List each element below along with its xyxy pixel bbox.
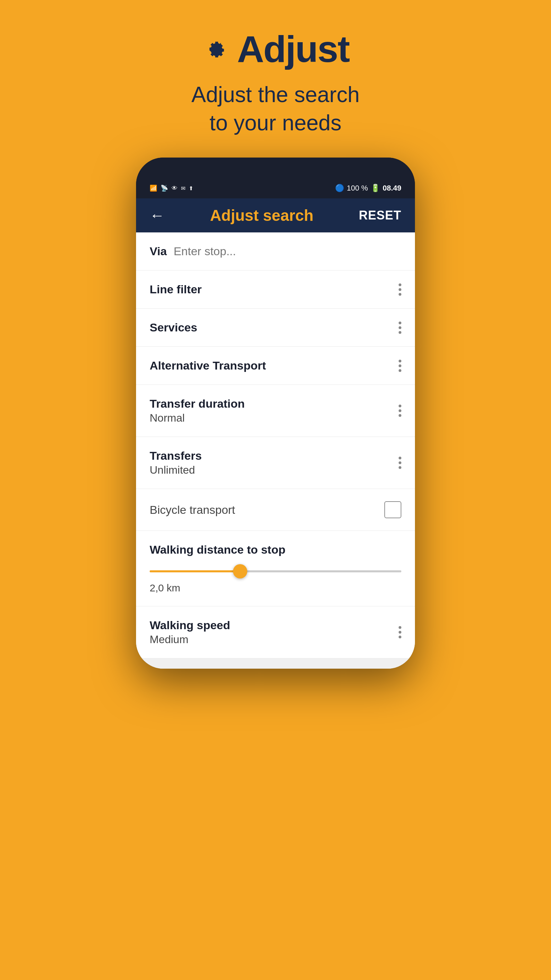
- phone-top-bar: [136, 158, 415, 178]
- back-button[interactable]: ←: [150, 207, 165, 224]
- walking-speed-title: Walking speed: [150, 619, 230, 632]
- hero-title: Adjust: [237, 27, 349, 70]
- via-label: Via: [150, 245, 167, 258]
- status-bar: 📶 📡 👁 ✉ ⬆ 🔵 100 % 🔋 08.49: [136, 178, 415, 198]
- walking-speed-content: Walking speed Medium: [150, 619, 230, 646]
- line-filter-row[interactable]: Line filter: [136, 270, 415, 309]
- via-input[interactable]: [173, 245, 401, 258]
- wifi-icon: 📡: [160, 185, 168, 192]
- signal-icon: 📶: [150, 185, 157, 192]
- walking-speed-menu-icon[interactable]: [399, 626, 401, 638]
- battery-icon: 🔋: [371, 184, 380, 192]
- bicycle-checkbox[interactable]: [384, 501, 401, 518]
- hero-section: Adjust Adjust the search to your needs: [0, 0, 551, 158]
- transfers-value: Unlimited: [150, 464, 202, 476]
- transfer-duration-value: Normal: [150, 412, 245, 424]
- line-filter-title: Line filter: [150, 283, 202, 296]
- status-bar-right: 🔵 100 % 🔋 08.49: [335, 184, 401, 192]
- time-display: 08.49: [383, 184, 401, 192]
- bicycle-label: Bicycle transport: [150, 503, 235, 517]
- phone-wrapper: 📶 📡 👁 ✉ ⬆ 🔵 100 % 🔋 08.49 ← Adjust searc…: [133, 158, 418, 980]
- services-menu-icon[interactable]: [399, 321, 401, 334]
- bluetooth-icon: 🔵: [335, 184, 344, 192]
- upload-icon: ⬆: [189, 185, 193, 192]
- phone-frame: 📶 📡 👁 ✉ ⬆ 🔵 100 % 🔋 08.49 ← Adjust searc…: [136, 158, 415, 669]
- transfer-duration-content: Transfer duration Normal: [150, 397, 245, 424]
- alternative-transport-title: Alternative Transport: [150, 359, 266, 372]
- transfers-content: Transfers Unlimited: [150, 449, 202, 476]
- slider-track-fill: [150, 570, 245, 572]
- mail-icon: ✉: [181, 185, 185, 192]
- via-row[interactable]: Via: [136, 232, 415, 270]
- services-row[interactable]: Services: [136, 309, 415, 347]
- bicycle-row[interactable]: Bicycle transport: [136, 489, 415, 531]
- navbar-title: Adjust search: [210, 206, 313, 224]
- alternative-transport-menu-icon[interactable]: [399, 360, 401, 372]
- battery-percent: 100 %: [347, 184, 368, 192]
- transfers-menu-icon[interactable]: [399, 457, 401, 469]
- reset-button[interactable]: RESET: [359, 208, 401, 223]
- walking-distance-slider[interactable]: [150, 565, 401, 578]
- hero-subtitle: Adjust the search to your needs: [192, 81, 360, 137]
- gear-icon: [202, 35, 229, 63]
- transfers-row[interactable]: Transfers Unlimited: [136, 437, 415, 489]
- walking-speed-row[interactable]: Walking speed Medium: [136, 606, 415, 659]
- services-title: Services: [150, 321, 197, 334]
- app-navbar: ← Adjust search RESET: [136, 198, 415, 232]
- transfer-duration-row[interactable]: Transfer duration Normal: [136, 385, 415, 437]
- content-area: Via Line filter Services: [136, 232, 415, 669]
- walking-speed-value: Medium: [150, 633, 230, 646]
- walking-distance-section: Walking distance to stop 2,0 km: [136, 531, 415, 606]
- line-filter-menu-icon[interactable]: [399, 283, 401, 296]
- eye-icon: 👁: [171, 185, 178, 192]
- transfers-title: Transfers: [150, 449, 202, 463]
- walking-distance-title: Walking distance to stop: [150, 543, 401, 556]
- status-bar-left: 📶 📡 👁 ✉ ⬆: [150, 185, 193, 192]
- slider-thumb[interactable]: [233, 564, 247, 579]
- walking-distance-value: 2,0 km: [150, 582, 401, 594]
- transfer-duration-menu-icon[interactable]: [399, 404, 401, 417]
- bottom-peek: [136, 659, 415, 669]
- phone-notch: [241, 158, 310, 168]
- alternative-transport-row[interactable]: Alternative Transport: [136, 347, 415, 385]
- line-filter-content: Line filter: [150, 283, 202, 296]
- transfer-duration-title: Transfer duration: [150, 397, 245, 410]
- header-title-row: Adjust: [202, 27, 349, 70]
- services-content: Services: [150, 321, 197, 334]
- alternative-transport-content: Alternative Transport: [150, 359, 266, 372]
